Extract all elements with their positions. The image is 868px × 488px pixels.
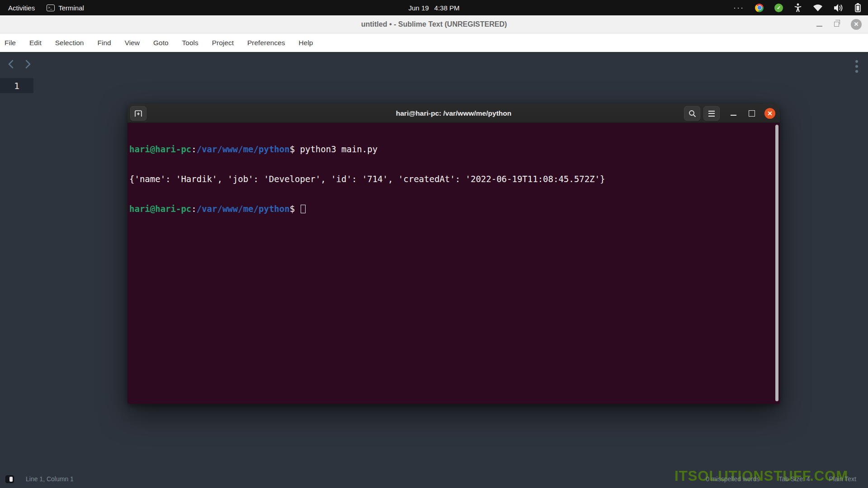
status-syntax[interactable]: Plain Text [829, 475, 856, 483]
focused-app-label: Terminal [58, 4, 84, 12]
sublime-window-title: untitled • - Sublime Text (UNREGISTERED) [361, 20, 507, 28]
terminal-minimize-button[interactable] [731, 115, 736, 116]
menu-file[interactable]: File [5, 39, 16, 47]
new-tab-button[interactable] [130, 106, 146, 121]
sublime-menubar: File Edit Selection Find View Goto Tools… [0, 33, 868, 52]
terminal-cursor [301, 205, 306, 213]
menu-preferences[interactable]: Preferences [247, 39, 285, 47]
menu-selection[interactable]: Selection [55, 39, 84, 47]
clock-date[interactable]: Jun 19 [409, 4, 429, 12]
terminal-line-output: {'name': 'Hardik', 'job': 'Developer', '… [129, 174, 779, 184]
volume-icon[interactable] [834, 4, 844, 12]
sublime-minimize-button[interactable] [816, 26, 822, 27]
wifi-icon[interactable] [813, 4, 823, 12]
terminal-search-button[interactable] [684, 106, 700, 121]
update-ok-icon[interactable]: ✓ [774, 4, 783, 12]
hamburger-icon [708, 111, 715, 117]
terminal-window: hari@hari-pc: /var/www/me/python ✕ hari@… [127, 104, 780, 404]
line-number-gutter: 1 [0, 78, 33, 93]
sublime-restore-button[interactable] [834, 22, 839, 27]
sublime-titlebar[interactable]: untitled • - Sublime Text (UNREGISTERED)… [0, 15, 868, 33]
sublime-close-button[interactable]: ✕ [851, 19, 862, 30]
menu-view[interactable]: View [125, 39, 140, 47]
menu-tools[interactable]: Tools [182, 39, 198, 47]
line-number: 1 [14, 80, 19, 91]
battery-icon[interactable] [855, 3, 861, 12]
terminal-close-button[interactable]: ✕ [764, 108, 775, 119]
terminal-title: hari@hari-pc: /var/www/me/python [396, 109, 511, 117]
focused-app-menu[interactable]: >_ Terminal [47, 4, 84, 12]
overflow-menu-icon[interactable] [855, 60, 858, 73]
menu-project[interactable]: Project [212, 39, 234, 47]
menu-help[interactable]: Help [299, 39, 313, 47]
terminal-menu-button[interactable] [703, 106, 720, 121]
sublime-statusbar: Line 1, Column 1 ITSOLUTIONSTUFF.COM 0 m… [0, 470, 868, 488]
panel-toggle-icon[interactable] [5, 475, 14, 483]
terminal-screen[interactable]: hari@hari-pc:/var/www/me/python$ python3… [127, 123, 780, 404]
terminal-line-prompt: hari@hari-pc:/var/www/me/python$ [129, 204, 779, 214]
terminal-titlebar[interactable]: hari@hari-pc: /var/www/me/python ✕ [127, 104, 780, 123]
status-tab-size[interactable]: Tab Size: 4 [778, 475, 810, 483]
terminal-app-icon: >_ [47, 5, 55, 11]
terminal-maximize-button[interactable] [749, 110, 755, 117]
search-icon [689, 110, 696, 117]
menu-edit[interactable]: Edit [29, 39, 42, 47]
nav-back-icon[interactable] [7, 59, 14, 69]
more-options-icon[interactable]: ··· [733, 5, 744, 10]
nav-forward-icon[interactable] [24, 59, 32, 69]
status-spellcheck[interactable]: 0 misspelled words [706, 475, 760, 483]
terminal-line-command: hari@hari-pc:/var/www/me/python$ python3… [129, 144, 779, 154]
chrome-icon[interactable] [755, 4, 764, 12]
clock-time[interactable]: 4:38 PM [434, 4, 460, 12]
accessibility-icon[interactable] [794, 3, 802, 12]
new-tab-icon [134, 110, 142, 117]
terminal-scrollbar[interactable] [775, 125, 778, 401]
menu-find[interactable]: Find [97, 39, 111, 47]
menu-goto[interactable]: Goto [153, 39, 169, 47]
gnome-top-bar: Activities >_ Terminal Jun 19 4:38 PM ··… [0, 0, 868, 15]
activities-button[interactable]: Activities [8, 4, 35, 12]
status-line-column[interactable]: Line 1, Column 1 [26, 475, 74, 483]
